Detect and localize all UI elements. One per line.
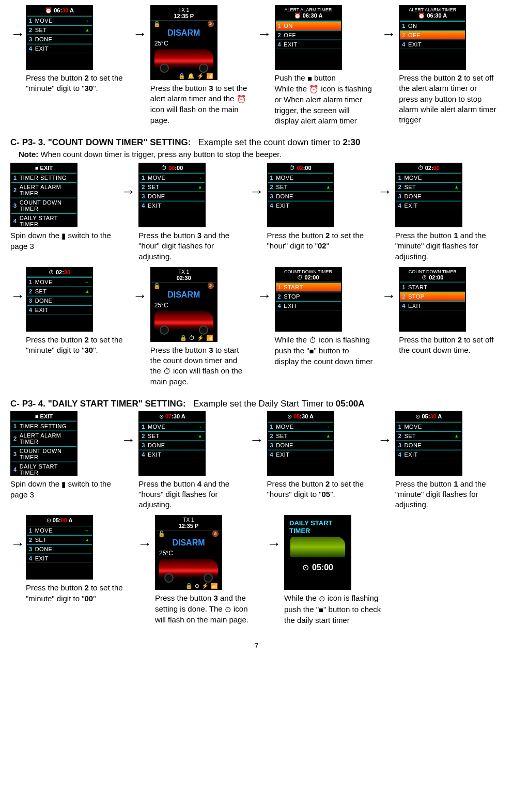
instruction-step: ■ EXIT1TIMER SETTING2ALERT ALARM TIMER3C… — [10, 411, 113, 500]
step-caption: Press the button 1 and the "minute" digi… — [395, 479, 498, 510]
step-caption: While the ⊙ icon is flashing push the "■… — [284, 593, 387, 626]
device-screen: COUNT DOWN TIMER⏱ 02:001START2STOP4EXIT — [399, 267, 466, 332]
arrow-icon: → — [133, 288, 147, 304]
step-caption: Press the button 3 and the "hour" digit … — [138, 230, 241, 262]
device-screen: TX 112:35 P🔓🔕DISARM25°C🔒⊙⚡📶 — [155, 515, 222, 590]
step-caption: Press the button 2 to set the "minute" d… — [26, 583, 129, 604]
instruction-step: ■ EXIT1TIMER SETTING2ALERT ALARM TIMER3C… — [10, 163, 113, 252]
arrow-icon: → — [257, 288, 272, 304]
step-caption: Press the button 1 and the "minute" digi… — [395, 230, 498, 262]
step-row: →⏰ 06:30 A1MOVE→2SET▲3DONE4EXITPress the… — [10, 5, 503, 126]
device-screen: ALERT ALARM TIMER⏰ 06:30 A1ON2OFF4EXIT — [399, 5, 466, 70]
arrow-icon: → — [10, 536, 25, 552]
arrow-icon: → — [381, 26, 396, 42]
arrow-icon: → — [10, 288, 25, 304]
device-screen: ⊙ 07:30 A1MOVE→2SET▲3DONE4EXIT — [138, 411, 206, 476]
step-caption: Press the button 3 to set the alert alar… — [150, 83, 249, 126]
arrow-icon: → — [378, 432, 392, 448]
instruction-step: ALERT ALARM TIMER⏰ 06:30 A1ON2OFF4EXITPu… — [275, 5, 374, 126]
device-screen: ■ EXIT1TIMER SETTING2ALERT ALARM TIMER3C… — [10, 163, 77, 227]
device-screen: TX 102:30🔓🔕DISARM25°C🔒⏱⚡📶 — [150, 267, 217, 342]
device-screen: COUNT DOWN TIMER⏱ 02:001START2STOP4EXIT — [275, 267, 342, 332]
arrow-icon: → — [121, 183, 135, 200]
device-screen: ⏱ 02:301MOVE→2SET▲3DONE4EXIT — [26, 267, 93, 332]
section-heading: C- P3- 4. "DAILY START TIMER" SETTING: E… — [10, 399, 503, 409]
section-note: Note: When count down timer is trigger, … — [19, 150, 503, 159]
instruction-step: ⊙ 07:30 A1MOVE→2SET▲3DONE4EXITPress the … — [138, 411, 241, 510]
instruction-step: ⏱ 02:301MOVE→2SET▲3DONE4EXITPress the bu… — [26, 267, 125, 356]
instruction-step: ⏱ 02:001MOVE→2SET▲3DONE4EXITPress the bu… — [267, 163, 369, 252]
step-caption: Press the button 2 to set off the alert … — [399, 73, 498, 125]
arrow-icon: → — [257, 26, 272, 42]
arrow-icon: → — [121, 432, 135, 448]
device-screen: ⏰ 06:30 A1MOVE→2SET▲3DONE4EXIT — [26, 5, 93, 70]
step-caption: Press the button 3 to start the count do… — [150, 345, 249, 387]
step-caption: Press the button 4 and the "hours" digit… — [138, 479, 241, 510]
arrow-icon: → — [137, 536, 152, 552]
step-row: ■ EXIT1TIMER SETTING2ALERT ALARM TIMER3C… — [10, 163, 503, 262]
arrow-icon: → — [267, 536, 281, 552]
step-caption: Spin down the ▮ switch to the page 3 — [10, 230, 113, 252]
instruction-step: TX 112:35 P🔓🔕DISARM25°C🔒🔔⚡📶Press the but… — [150, 5, 249, 126]
device-screen: DAILY STARTTIMER⊙05:00 — [284, 515, 351, 590]
arrow-icon: → — [133, 26, 147, 42]
section-heading: C- P3- 3. "COUNT DOWN TIMER" SETTING: Ex… — [10, 137, 503, 148]
device-screen: ■ EXIT1TIMER SETTING2ALERT ALARM TIMER3C… — [10, 411, 77, 476]
device-screen: ⊙ 05:30 A1MOVE→2SET▲3DONE4EXIT — [395, 411, 462, 476]
step-caption: Press the button 2 to set the "hours" di… — [267, 479, 369, 500]
arrow-icon: → — [378, 183, 392, 200]
device-screen: ⊙ 05:00 A1MOVE→2SET▲3DONE4EXIT — [26, 515, 93, 580]
instruction-step: ⊙ 05:30 A1MOVE→2SET▲3DONE4EXITPress the … — [395, 411, 498, 510]
arrow-icon: → — [381, 288, 396, 304]
page-number: 7 — [10, 641, 503, 650]
instruction-step: ⏰ 06:30 A1MOVE→2SET▲3DONE4EXITPress the … — [26, 5, 125, 94]
step-caption: Press the button 2 to set the "minute" d… — [26, 335, 125, 356]
device-screen: ⊙ 05:30 A1MOVE→2SET▲3DONE4EXIT — [267, 411, 334, 476]
instruction-step: ⊙ 05:00 A1MOVE→2SET▲3DONE4EXITPress the … — [26, 515, 129, 604]
step-caption: Push the ■ buttonWhile the ⏰ icon is fla… — [275, 73, 374, 126]
arrow-icon: → — [10, 26, 25, 42]
instruction-step: DAILY STARTTIMER⊙05:00While the ⊙ icon i… — [284, 515, 387, 626]
instruction-step: TX 102:30🔓🔕DISARM25°C🔒⏱⚡📶Press the butto… — [150, 267, 249, 387]
step-caption: While the ⏱ icon is flashing push the "■… — [275, 335, 374, 367]
step-row: →⊙ 05:00 A1MOVE→2SET▲3DONE4EXITPress the… — [10, 515, 503, 626]
device-screen: ALERT ALARM TIMER⏰ 06:30 A1ON2OFF4EXIT — [275, 5, 342, 70]
device-screen: TX 112:35 P🔓🔕DISARM25°C🔒🔔⚡📶 — [150, 5, 217, 80]
arrow-icon: → — [250, 183, 264, 200]
device-screen: ⏱ 02:001MOVE→2SET▲3DONE4EXIT — [395, 163, 462, 227]
instruction-step: COUNT DOWN TIMER⏱ 02:001START2STOP4EXITP… — [399, 267, 498, 356]
instruction-step: COUNT DOWN TIMER⏱ 02:001START2STOP4EXITW… — [275, 267, 374, 367]
step-caption: Press the button 2 to set the "hour" dig… — [267, 230, 369, 252]
arrow-icon: → — [250, 432, 264, 448]
device-screen: ⏱ 02:001MOVE→2SET▲3DONE4EXIT — [267, 163, 334, 227]
step-row: ■ EXIT1TIMER SETTING2ALERT ALARM TIMER3C… — [10, 411, 503, 510]
step-caption: Spin down the ▮ switch to the page 3 — [10, 479, 113, 500]
instruction-step: ALERT ALARM TIMER⏰ 06:30 A1ON2OFF4EXITPr… — [399, 5, 498, 125]
instruction-step: ⏱ 02:001MOVE→2SET▲3DONE4EXITPress the bu… — [395, 163, 498, 262]
instruction-step: ⊙ 05:30 A1MOVE→2SET▲3DONE4EXITPress the … — [267, 411, 369, 500]
step-caption: Press the button 2 to set the "minute" d… — [26, 73, 125, 94]
instruction-step: TX 112:35 P🔓🔕DISARM25°C🔒⊙⚡📶Press the but… — [155, 515, 258, 625]
step-caption: Press the button 2 to set off the count … — [399, 335, 498, 356]
step-caption: Press the button 3 and the setting is do… — [155, 593, 258, 625]
step-row: →⏱ 02:301MOVE→2SET▲3DONE4EXITPress the b… — [10, 267, 503, 387]
instruction-step: ⏱ 00:001MOVE→2SET▲3DONE4EXITPress the bu… — [138, 163, 241, 262]
device-screen: ⏱ 00:001MOVE→2SET▲3DONE4EXIT — [138, 163, 206, 227]
